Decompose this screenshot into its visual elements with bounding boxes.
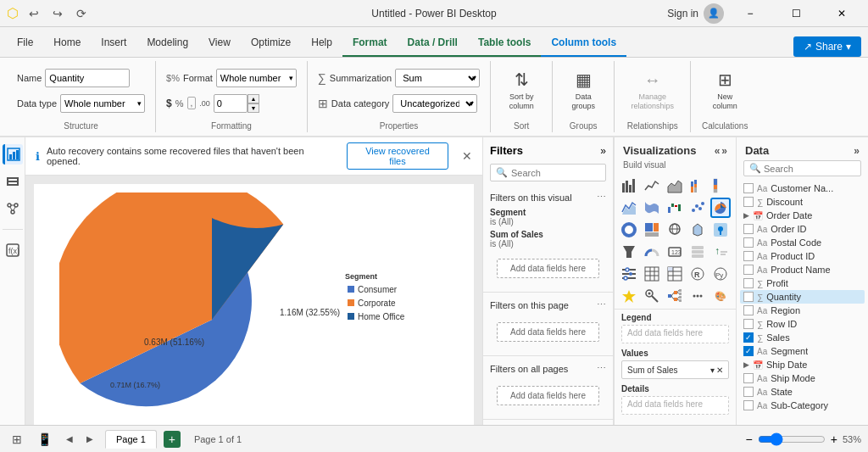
sort-by-column-button[interactable]: ⇅ Sort bycolumn [501,69,542,113]
tab-insert[interactable]: Insert [91,30,136,57]
pie-chart-icon[interactable] [710,198,731,218]
data-item-rowid-checkbox[interactable] [743,319,754,329]
more-visuals-icon[interactable] [687,286,708,306]
refresh-icon[interactable]: ⟳ [73,5,90,22]
tab-data-drill[interactable]: Data / Drill [398,30,468,57]
data-item-rowid[interactable]: ∑ Row ID [740,317,865,331]
line-area-icon[interactable] [619,198,639,218]
donut-chart-icon[interactable] [619,220,639,240]
data-item-state[interactable]: Aa State [740,385,865,399]
table-icon[interactable] [642,264,662,284]
stacked-bar-icon[interactable] [687,176,708,196]
add-data-all-button[interactable]: Add data fields here [497,386,599,405]
spinner-up-button[interactable]: ▲ [248,94,259,103]
tab-format[interactable]: Format [342,30,398,57]
tab-column-tools[interactable]: Column tools [541,30,626,57]
data-item-subcategory-checkbox[interactable] [743,400,754,410]
tab-modeling[interactable]: Modeling [136,30,198,57]
filter-visual-more-icon[interactable]: ⋯ [597,192,606,203]
report-bottom-icon[interactable]: ⊞ [7,429,27,449]
filter-search-input[interactable] [511,168,600,178]
data-groups-button[interactable]: ▦ Datagroups [563,69,604,113]
filter-panel-expand-icon[interactable]: » [600,145,606,157]
r-visual-icon[interactable]: R [687,264,708,284]
data-item-orderid[interactable]: Aa Order ID [740,222,865,236]
python-icon[interactable]: Py [710,264,731,284]
zoom-minus-icon[interactable]: − [746,432,753,446]
datatype-select[interactable]: Whole number [60,94,145,113]
comma-icon[interactable]: , [187,97,197,109]
undo-icon[interactable]: ↩ [25,5,42,22]
data-item-state-checkbox[interactable] [743,387,754,397]
add-data-visual-button[interactable]: Add data fields here [497,259,599,278]
azure-map-icon[interactable] [710,220,731,240]
mobile-view-icon[interactable]: 📱 [34,429,54,449]
tab-help[interactable]: Help [301,30,342,57]
filter-item-sumofsales[interactable]: Sum of Sales is (All) [490,230,606,248]
datacategory-select[interactable]: Uncategorized [392,94,477,113]
data-group-shipdate[interactable]: ▶ 📅 Ship Date [740,358,865,371]
close-button[interactable]: ✕ [822,0,861,27]
minimize-button[interactable]: − [731,0,770,27]
data-view-icon[interactable] [3,171,23,192]
funnel-icon[interactable] [619,242,639,262]
add-page-button[interactable]: + [164,431,181,448]
multi-row-card-icon[interactable] [687,242,708,262]
filter-all-more-icon[interactable]: ⋯ [597,363,606,374]
area-chart-icon[interactable] [665,176,685,196]
data-item-customername-checkbox[interactable] [743,183,754,193]
matrix-icon[interactable] [665,264,685,284]
tab-home[interactable]: Home [43,30,91,57]
100pct-bar-icon[interactable] [710,176,731,196]
data-item-productid-checkbox[interactable] [743,251,754,261]
data-group-orderdate[interactable]: ▶ 📅 Order Date [740,209,865,222]
data-item-shipmode[interactable]: Aa Ship Mode [740,371,865,385]
waterfall-icon[interactable] [665,198,685,218]
values-remove-icon[interactable]: ✕ [716,366,723,375]
data-item-segment-checkbox[interactable]: ✓ [743,346,754,356]
filled-map-icon[interactable] [687,220,708,240]
data-item-customername[interactable]: Aa Customer Na... [740,181,865,195]
decomp-tree-icon[interactable] [665,286,685,306]
data-item-profit-checkbox[interactable] [743,278,754,288]
format-visual-icon[interactable]: 🎨 [710,286,731,306]
filter-item-segment[interactable]: Segment is (All) [490,208,606,226]
name-input[interactable] [45,69,130,87]
map-icon[interactable] [665,220,685,240]
zoom-plus-icon[interactable]: + [831,432,837,446]
legend-field-drop[interactable]: Add data fields here [621,325,729,343]
tab-file[interactable]: File [7,30,43,57]
data-item-orderid-checkbox[interactable] [743,224,754,234]
notification-close-icon[interactable]: ✕ [462,149,472,163]
page-tab-1[interactable]: Page 1 [105,430,157,449]
tab-optimize[interactable]: Optimize [241,30,301,57]
spinner-down-button[interactable]: ▼ [248,103,259,113]
data-item-postalcode[interactable]: Aa Postal Code [740,236,865,249]
tab-view[interactable]: View [198,30,241,57]
data-item-profit[interactable]: ∑ Profit [740,276,865,290]
format-select[interactable]: Whole number [216,69,297,87]
data-item-region-checkbox[interactable] [743,305,754,315]
data-item-shipmode-checkbox[interactable] [743,373,754,383]
key-influencers-icon[interactable] [642,286,662,306]
data-panel-expand-icon[interactable]: » [854,145,860,157]
ribbon-chart-icon[interactable] [642,198,662,218]
data-item-segment[interactable]: ✓ Aa Segment [740,344,865,358]
values-field-drop[interactable]: Sum of Sales ▾ ✕ [621,360,729,379]
bar-chart-icon[interactable] [619,176,639,196]
data-item-sales[interactable]: ✓ ∑ Sales [740,331,865,344]
values-chevron-icon[interactable]: ▾ [710,366,715,375]
viz-expand-right-icon[interactable]: » [721,145,727,157]
data-item-productid[interactable]: Aa Product ID [740,249,865,263]
gauge-icon[interactable] [642,242,662,262]
manage-relationships-button[interactable]: ↔ Managerelationships [632,69,673,113]
add-data-page-button[interactable]: Add data fields here [497,322,599,342]
viz-expand-left-icon[interactable]: « [715,145,721,157]
slicer-icon[interactable] [619,264,639,284]
treemap-icon[interactable] [642,220,662,240]
decimal-input[interactable] [214,94,248,113]
maximize-button[interactable]: ☐ [776,0,815,27]
share-button[interactable]: ↗ Share ▾ [793,36,861,57]
ai-visuals-icon[interactable] [619,286,639,306]
data-item-productname-checkbox[interactable] [743,265,754,275]
